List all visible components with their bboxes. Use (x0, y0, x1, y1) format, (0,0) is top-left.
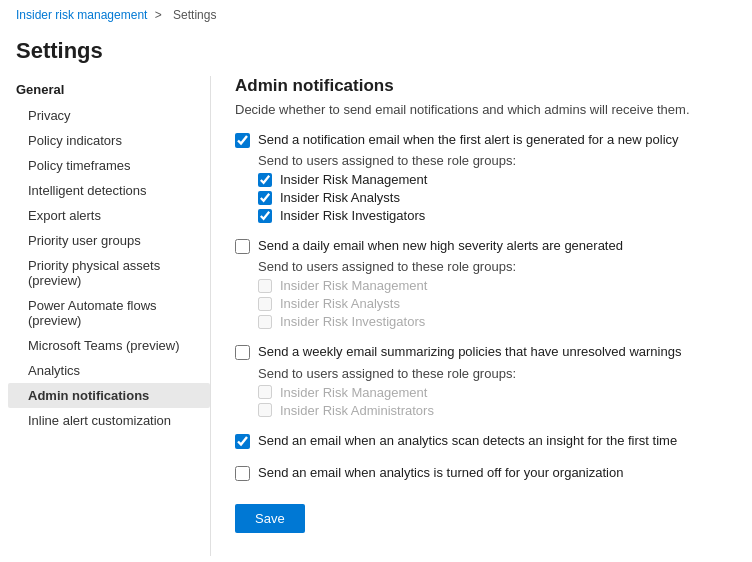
page-title: Settings (0, 30, 752, 76)
breadcrumb-separator: > (155, 8, 162, 22)
save-button[interactable]: Save (235, 504, 305, 533)
sub-row-notif2-2: Insider Risk Investigators (258, 314, 728, 329)
sub-label-notif3-1: Insider Risk Administrators (280, 403, 434, 418)
sidebar-item-admin-notifications[interactable]: Admin notifications (8, 383, 210, 408)
sidebar-item-microsoft-teams[interactable]: Microsoft Teams (preview) (8, 333, 210, 358)
sidebar-item-power-automate-flows[interactable]: Power Automate flows (preview) (8, 293, 210, 333)
checkbox-notif4[interactable] (235, 434, 250, 449)
sub-label-notif1-0: Insider Risk Management (280, 172, 427, 187)
notification-block-notif5: Send an email when analytics is turned o… (235, 464, 728, 482)
main-layout: General PrivacyPolicy indicatorsPolicy t… (0, 76, 752, 556)
sub-checkbox-notif1-2[interactable] (258, 209, 272, 223)
sub-checkbox-notif3-0 (258, 385, 272, 399)
sub-group-notif2: Send to users assigned to these role gro… (258, 259, 728, 329)
notification-row-notif3: Send a weekly email summarizing policies… (235, 343, 728, 361)
notification-block-notif4: Send an email when an analytics scan det… (235, 432, 728, 450)
checkbox-notif3[interactable] (235, 345, 250, 360)
sub-checkbox-notif2-1 (258, 297, 272, 311)
sidebar-item-inline-alert[interactable]: Inline alert customization (8, 408, 210, 433)
notification-block-notif3: Send a weekly email summarizing policies… (235, 343, 728, 417)
sub-row-notif1-0: Insider Risk Management (258, 172, 728, 187)
sub-checkbox-notif2-2 (258, 315, 272, 329)
sub-group-label-notif1: Send to users assigned to these role gro… (258, 153, 728, 168)
sub-checkbox-notif1-1[interactable] (258, 191, 272, 205)
sidebar-item-analytics[interactable]: Analytics (8, 358, 210, 383)
notification-block-notif2: Send a daily email when new high severit… (235, 237, 728, 329)
sidebar-item-priority-user-groups[interactable]: Priority user groups (8, 228, 210, 253)
sub-row-notif2-1: Insider Risk Analysts (258, 296, 728, 311)
sub-row-notif2-0: Insider Risk Management (258, 278, 728, 293)
sub-label-notif2-2: Insider Risk Investigators (280, 314, 425, 329)
sub-label-notif3-0: Insider Risk Management (280, 385, 427, 400)
main-content: Admin notifications Decide whether to se… (210, 76, 752, 556)
notification-label-notif4: Send an email when an analytics scan det… (258, 432, 677, 450)
sidebar-item-intelligent-detections[interactable]: Intelligent detections (8, 178, 210, 203)
sidebar-item-export-alerts[interactable]: Export alerts (8, 203, 210, 228)
notification-row-notif4: Send an email when an analytics scan det… (235, 432, 728, 450)
notification-label-notif5: Send an email when analytics is turned o… (258, 464, 623, 482)
breadcrumb-current: Settings (173, 8, 216, 22)
admin-notifications-title: Admin notifications (235, 76, 728, 96)
notifications-list: Send a notification email when the first… (235, 131, 728, 482)
sub-group-notif1: Send to users assigned to these role gro… (258, 153, 728, 223)
sub-label-notif1-1: Insider Risk Analysts (280, 190, 400, 205)
sub-row-notif3-1: Insider Risk Administrators (258, 403, 728, 418)
sub-row-notif3-0: Insider Risk Management (258, 385, 728, 400)
sub-label-notif2-0: Insider Risk Management (280, 278, 427, 293)
sub-checkbox-notif2-0 (258, 279, 272, 293)
sidebar-item-priority-physical-assets[interactable]: Priority physical assets (preview) (8, 253, 210, 293)
sub-label-notif2-1: Insider Risk Analysts (280, 296, 400, 311)
sub-group-notif3: Send to users assigned to these role gro… (258, 366, 728, 418)
admin-notifications-desc: Decide whether to send email notificatio… (235, 102, 728, 117)
breadcrumb-link-irm[interactable]: Insider risk management (16, 8, 147, 22)
sub-group-label-notif2: Send to users assigned to these role gro… (258, 259, 728, 274)
sidebar-section-general: General (8, 76, 210, 103)
sidebar: General PrivacyPolicy indicatorsPolicy t… (0, 76, 210, 556)
sub-checkbox-notif3-1 (258, 403, 272, 417)
breadcrumb: Insider risk management > Settings (0, 0, 752, 30)
sub-row-notif1-1: Insider Risk Analysts (258, 190, 728, 205)
sub-row-notif1-2: Insider Risk Investigators (258, 208, 728, 223)
notification-row-notif1: Send a notification email when the first… (235, 131, 728, 149)
notification-label-notif3: Send a weekly email summarizing policies… (258, 343, 681, 361)
notification-block-notif1: Send a notification email when the first… (235, 131, 728, 223)
checkbox-notif1[interactable] (235, 133, 250, 148)
sidebar-item-privacy[interactable]: Privacy (8, 103, 210, 128)
sidebar-item-policy-timeframes[interactable]: Policy timeframes (8, 153, 210, 178)
notification-row-notif5: Send an email when analytics is turned o… (235, 464, 728, 482)
sub-group-label-notif3: Send to users assigned to these role gro… (258, 366, 728, 381)
notification-row-notif2: Send a daily email when new high severit… (235, 237, 728, 255)
checkbox-notif5[interactable] (235, 466, 250, 481)
sub-label-notif1-2: Insider Risk Investigators (280, 208, 425, 223)
checkbox-notif2[interactable] (235, 239, 250, 254)
notification-label-notif2: Send a daily email when new high severit… (258, 237, 623, 255)
sub-checkbox-notif1-0[interactable] (258, 173, 272, 187)
notification-label-notif1: Send a notification email when the first… (258, 131, 679, 149)
sidebar-item-policy-indicators[interactable]: Policy indicators (8, 128, 210, 153)
sidebar-items: PrivacyPolicy indicatorsPolicy timeframe… (8, 103, 210, 433)
